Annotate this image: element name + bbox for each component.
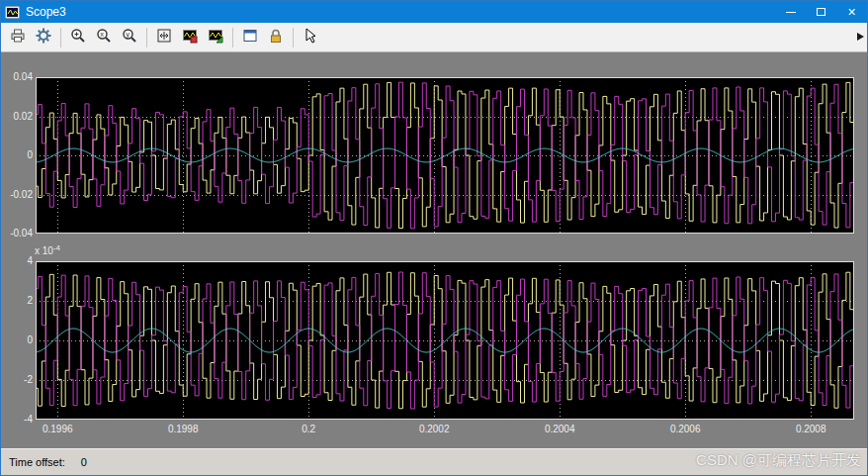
autoscale-button[interactable] [152,26,176,49]
save-axes-button[interactable] [178,26,202,49]
x-tick-label: 0.1998 [160,424,206,434]
x-tick-label: 0.2004 [537,424,582,434]
floating-scope-button[interactable] [238,26,262,49]
zoom-x-button[interactable]: x [92,26,116,49]
y-tick-label: -0.02 [10,189,33,200]
toolbar-separator [146,28,147,48]
upper-plot[interactable] [36,77,854,234]
y-tick-label: 0 [27,149,33,160]
print-icon [9,27,27,48]
scope-window: Scope3 × x [0,0,868,476]
window-controls: × [775,1,867,23]
toolbar: x y [1,23,867,52]
toolbar-separator [60,28,61,48]
autoscale-icon [155,27,173,48]
minimize-icon [786,12,796,13]
y-tick-label: -0.04 [10,228,33,238]
x-tick-label: 0.2006 [662,424,708,434]
lower-plot[interactable] [36,261,854,420]
time-offset-value: 0 [81,456,87,468]
y-tick-label: 2 [27,295,33,306]
svg-text:x: x [100,30,104,39]
x-tick-label: 0.2 [286,424,331,434]
minimize-button[interactable] [775,1,806,23]
signal-selection-button[interactable] [299,26,322,49]
restore-axes-button[interactable] [204,26,227,49]
lock-axes-button[interactable] [264,26,288,49]
y-tick-label: 0.02 [14,111,33,122]
lock-icon [267,27,285,48]
zoom-x-icon: x [95,27,113,48]
gear-icon [35,27,52,48]
titlebar[interactable]: Scope3 × [1,1,867,23]
zoom-y-icon: y [121,27,138,48]
save-axes-icon [181,27,199,48]
zoom-y-button[interactable]: y [118,26,141,49]
svg-text:y: y [126,30,130,39]
signal-selection-icon [302,27,319,48]
x-tick-label: 0.2008 [788,424,833,434]
x-tick-label: 0.1996 [35,424,80,434]
x-tick-label: 0.2002 [411,424,457,434]
y-tick-label: 0 [27,334,33,345]
y-tick-label: -2 [24,374,33,385]
maximize-button[interactable] [806,1,836,23]
toolbar-separator [293,28,294,48]
window-title: Scope3 [26,1,66,23]
watermark: CSDN @可编程芯片开发 [696,451,861,470]
y-tick-labels: -0.04-0.0200.020.04-4-2024 [1,52,33,448]
floating-scope-icon [241,27,259,48]
scope-app-icon [5,5,21,19]
maximize-icon [817,8,825,16]
y-tick-label: 4 [27,255,33,266]
close-button[interactable]: × [836,1,867,23]
close-icon: × [847,5,855,19]
restore-axes-icon [207,27,224,48]
y-axis-exponent-label: x 10-4 [35,243,60,256]
toolbar-separator [232,28,233,48]
toolbar-overflow-icon[interactable] [857,33,864,41]
zoom-button[interactable] [66,26,90,49]
print-button[interactable] [6,26,30,49]
x-tick-labels: 0.19960.19980.20.20020.20040.20060.2008 [1,424,867,437]
parameters-button[interactable] [32,26,55,49]
zoom-icon [69,27,87,48]
time-offset-label: Time offset: [9,456,65,468]
y-tick-label: 0.04 [14,71,33,82]
scope-display-area: -0.04-0.0200.020.04-4-2024 0.19960.19980… [1,52,867,448]
